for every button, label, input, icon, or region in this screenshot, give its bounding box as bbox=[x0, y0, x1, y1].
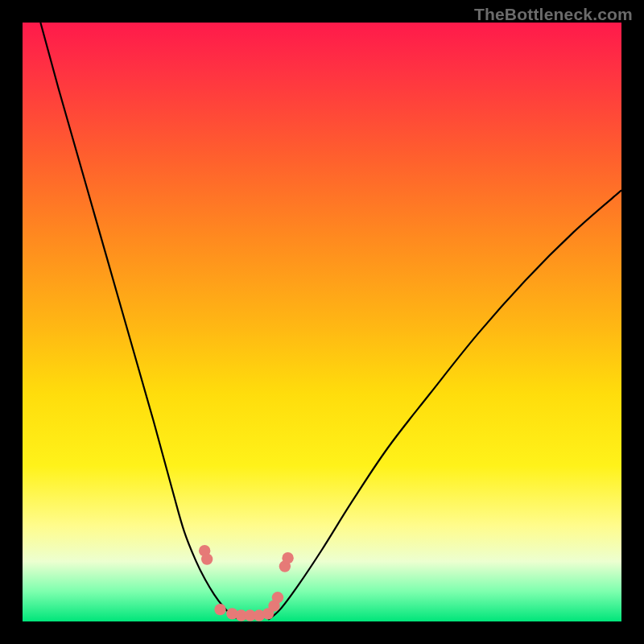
left-curve bbox=[40, 23, 241, 620]
chart-stage: TheBottleneck.com bbox=[0, 0, 644, 644]
marker-point bbox=[201, 553, 213, 564]
chart-svg bbox=[23, 23, 621, 621]
chart-plot-area bbox=[23, 23, 621, 621]
marker-point bbox=[214, 604, 225, 615]
marker-point bbox=[282, 552, 293, 564]
watermark-brand: TheBottleneck.com bbox=[474, 5, 633, 24]
right-curve bbox=[268, 190, 621, 619]
marker-point bbox=[272, 592, 283, 603]
